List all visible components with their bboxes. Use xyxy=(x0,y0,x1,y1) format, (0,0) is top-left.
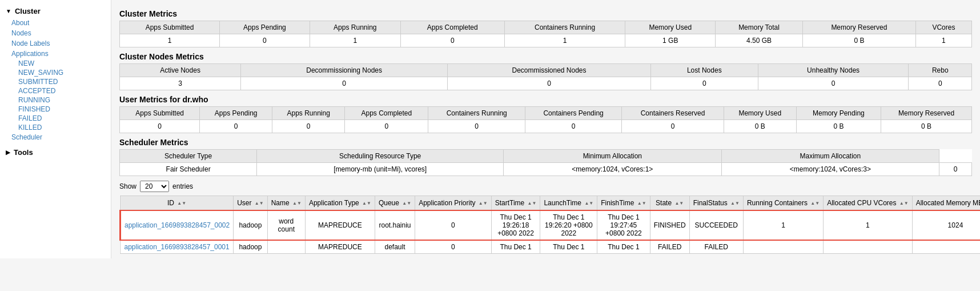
sort-icon[interactable]: ▲▼ xyxy=(637,201,646,206)
cluster-label: Cluster xyxy=(15,7,41,15)
scheduler-metrics-table: Scheduler TypeScheduling Resource TypeMi… xyxy=(119,149,972,176)
sort-icon[interactable]: ▲▼ xyxy=(810,201,820,206)
sort-icon[interactable]: ▲▼ xyxy=(674,201,684,206)
app-cell: word count xyxy=(267,210,305,240)
sidebar-item-new[interactable]: NEW xyxy=(18,59,111,68)
apps-table-header: FinalStatus ▲▼ xyxy=(689,196,743,211)
metrics-value: [memory-mb (unit=Mi), vcores] xyxy=(257,163,504,176)
show-label: Show xyxy=(119,182,136,190)
metrics-value: 0 B xyxy=(802,34,915,47)
metrics-header: Apps Running xyxy=(272,107,344,120)
sort-icon[interactable]: ▲▼ xyxy=(177,201,186,206)
cluster-metrics-title: Cluster Metrics xyxy=(119,9,972,18)
metrics-value: 1 xyxy=(915,34,971,47)
app-cell: Thu Dec 1 19:26:20 +0800 2022 xyxy=(540,210,597,240)
user-metrics-title: User Metrics for dr.who xyxy=(119,95,972,104)
app-cell: default xyxy=(375,240,415,254)
metrics-header: Memory Used xyxy=(724,107,797,120)
sort-icon[interactable]: ▲▼ xyxy=(292,201,302,206)
sidebar-cluster-header[interactable]: ▼ Cluster xyxy=(0,5,111,18)
metrics-value: Fair Scheduler xyxy=(120,163,257,176)
metrics-value: 0 xyxy=(758,77,909,90)
metrics-value: 0 xyxy=(909,77,972,90)
metrics-value: 0 xyxy=(525,120,622,133)
sort-icon[interactable]: ▲▼ xyxy=(528,201,537,206)
app-cell: MAPREDUCE xyxy=(305,240,375,254)
metrics-header: Decommissioned Nodes xyxy=(448,64,651,77)
sort-icon[interactable]: ▲▼ xyxy=(584,201,593,206)
sidebar-item-nodes[interactable]: Nodes xyxy=(11,28,111,38)
metrics-value: 0 B xyxy=(796,120,881,133)
metrics-header: Decommissioning Nodes xyxy=(241,64,448,77)
metrics-value: 0 xyxy=(200,120,272,133)
app-cell: 1024 xyxy=(912,210,980,240)
sidebar-item-new-saving[interactable]: NEW_SAVING xyxy=(18,68,111,77)
metrics-header: Active Nodes xyxy=(120,64,241,77)
app-cell: hadoop xyxy=(234,210,268,240)
sidebar-item-applications[interactable]: Applications xyxy=(11,49,111,59)
cluster-nodes-metrics-title: Cluster Nodes Metrics xyxy=(119,52,972,61)
apps-table-header: StartTime ▲▼ xyxy=(491,196,540,211)
sort-icon[interactable]: ▲▼ xyxy=(255,201,264,206)
metrics-value: 0 B xyxy=(724,120,797,133)
metrics-header: Memory Total xyxy=(716,21,803,34)
metrics-value: 1 xyxy=(310,34,400,47)
metrics-header: Memory Reserved xyxy=(802,21,915,34)
sort-icon[interactable]: ▲▼ xyxy=(479,201,488,206)
app-id-cell[interactable]: application_1669893828457_0001 xyxy=(121,240,234,254)
sidebar-item-accepted[interactable]: ACCEPTED xyxy=(18,86,111,95)
sidebar-item-running[interactable]: RUNNING xyxy=(18,95,111,105)
entries-select[interactable]: 10202550100 xyxy=(140,181,169,192)
metrics-header: Containers Running xyxy=(504,21,625,34)
sidebar-item-killed[interactable]: KILLED xyxy=(18,123,111,132)
metrics-header: VCores xyxy=(915,21,971,34)
sort-icon[interactable]: ▲▼ xyxy=(402,201,411,206)
app-cell: FAILED xyxy=(650,240,689,254)
apps-table-header: Application Type ▲▼ xyxy=(305,196,375,211)
metrics-value: 0 xyxy=(939,163,972,176)
cluster-nodes-metrics-table: Active NodesDecommissioning NodesDecommi… xyxy=(119,63,972,90)
metrics-value: 0 xyxy=(345,120,428,133)
apps-table-header: FinishTime ▲▼ xyxy=(597,196,650,211)
sidebar-item-about[interactable]: About xyxy=(11,18,111,28)
metrics-header: Minimum Allocation xyxy=(504,150,722,163)
sort-icon[interactable]: ▲▼ xyxy=(730,201,740,206)
sidebar-item-scheduler[interactable]: Scheduler xyxy=(11,132,111,142)
metrics-value: 1 xyxy=(120,34,220,47)
metrics-header: Lost Nodes xyxy=(650,64,758,77)
metrics-header: Scheduling Resource Type xyxy=(257,150,504,163)
sidebar-item-failed[interactable]: FAILED xyxy=(18,114,111,123)
sort-icon[interactable]: ▲▼ xyxy=(899,201,909,206)
app-id-cell[interactable]: application_1669893828457_0002 xyxy=(121,210,234,240)
apps-table-header: Allocated Memory MB ▲▼ xyxy=(912,196,980,211)
apps-table-header: ID ▲▼ xyxy=(121,196,234,211)
metrics-value: 0 xyxy=(400,34,504,47)
sidebar-tools-header[interactable]: ▶ Tools xyxy=(0,145,111,160)
sort-icon[interactable]: ▲▼ xyxy=(362,201,371,206)
metrics-value: <memory:1024, vCores:1> xyxy=(504,163,722,176)
app-cell: 0 xyxy=(415,210,492,240)
app-cell: SUCCEEDED xyxy=(689,210,743,240)
metrics-header: Apps Pending xyxy=(200,107,272,120)
metrics-value: 4.50 GB xyxy=(716,34,803,47)
metrics-value: 1 xyxy=(504,34,625,47)
metrics-header: Maximum Allocation xyxy=(721,150,939,163)
app-cell: Thu Dec 1 xyxy=(597,240,650,254)
sidebar-item-node-labels[interactable]: Node Labels xyxy=(11,38,111,49)
applications-table: ID ▲▼User ▲▼Name ▲▼Application Type ▲▼Qu… xyxy=(119,196,980,254)
apps-table-header: State ▲▼ xyxy=(650,196,689,211)
cluster-arrow-icon: ▼ xyxy=(6,8,11,14)
metrics-value: 0 xyxy=(120,120,200,133)
cluster-metrics-table: Apps SubmittedApps PendingApps RunningAp… xyxy=(119,21,972,47)
metrics-value: <memory:1024, vCores:3> xyxy=(721,163,939,176)
app-cell xyxy=(824,240,913,254)
show-entries-row: Show 10202550100 entries xyxy=(119,181,972,192)
metrics-value: 0 xyxy=(650,77,758,90)
metrics-header: Apps Pending xyxy=(220,21,310,34)
app-cell: Thu Dec 1 xyxy=(491,240,540,254)
sidebar-item-submitted[interactable]: SUBMITTED xyxy=(18,77,111,86)
sidebar-item-finished[interactable]: FINISHED xyxy=(18,105,111,114)
app-id-link[interactable]: application_1669893828457_0002 xyxy=(124,221,230,229)
metrics-header: Apps Submitted xyxy=(120,107,200,120)
app-id-link[interactable]: application_1669893828457_0001 xyxy=(124,243,230,251)
